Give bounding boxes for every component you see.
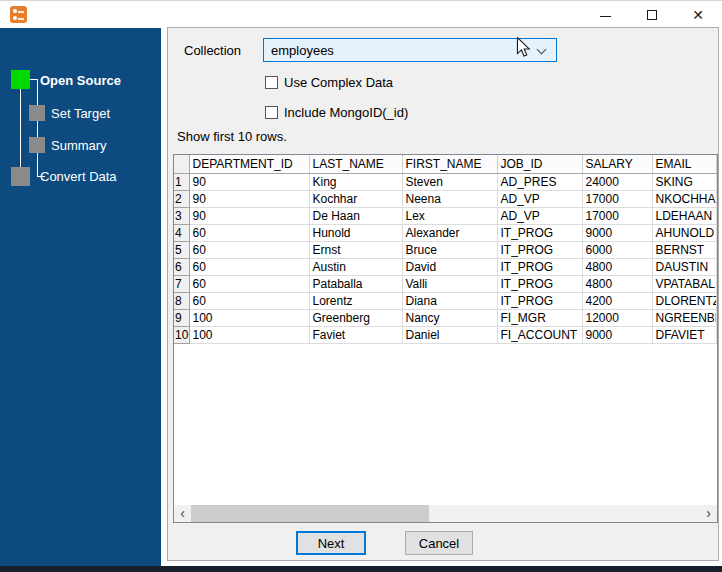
- cell: NKOCHHAR: [652, 191, 717, 208]
- app-icon-dot: [13, 9, 17, 13]
- cancel-button[interactable]: Cancel: [405, 531, 473, 555]
- app-icon-bar: [18, 11, 24, 13]
- cell: Pataballa: [309, 276, 402, 293]
- row-number: 10: [174, 327, 189, 344]
- table-row[interactable]: 9100GreenbergNancyFI_MGR12000NGREENBE: [174, 310, 717, 327]
- collection-dropdown[interactable]: employees: [263, 38, 557, 62]
- table-row[interactable]: 560ErnstBruceIT_PROG6000BERNST: [174, 242, 717, 259]
- step-label-convert-data: Convert Data: [40, 169, 117, 184]
- cell: 4200: [582, 293, 652, 310]
- column-header[interactable]: JOB_ID: [497, 155, 582, 174]
- row-number: 1: [174, 174, 189, 191]
- cell: VPATABAL: [652, 276, 717, 293]
- cell: Greenberg: [309, 310, 402, 327]
- row-number: 8: [174, 293, 189, 310]
- cell: LDEHAAN: [652, 208, 717, 225]
- step-label-summary: Summary: [51, 138, 107, 153]
- cell: Alexander: [402, 225, 497, 242]
- cell: IT_PROG: [497, 242, 582, 259]
- cell: IT_PROG: [497, 225, 582, 242]
- tree-connector-line: [30, 79, 38, 80]
- cell: 4800: [582, 276, 652, 293]
- close-button[interactable]: ✕: [682, 1, 714, 29]
- wizard-sidebar: Open Source Set Target Summary Convert D…: [0, 28, 161, 566]
- row-number: 5: [174, 242, 189, 259]
- app-window: ✕ Open Source Set Target Summary Convert…: [0, 0, 722, 572]
- step-indicator-convert-data: [11, 167, 30, 186]
- cell: Hunold: [309, 225, 402, 242]
- minimize-button[interactable]: [589, 1, 621, 29]
- cell: 17000: [582, 191, 652, 208]
- row-number: 3: [174, 208, 189, 225]
- cell: 9000: [582, 327, 652, 344]
- titlebar: ✕: [0, 0, 722, 28]
- tree-connector-line: [37, 79, 38, 176]
- window-bottom-edge: [0, 566, 722, 572]
- cell: Neena: [402, 191, 497, 208]
- horizontal-scrollbar[interactable]: ‹ ›: [174, 505, 717, 522]
- column-header[interactable]: SALARY: [582, 155, 652, 174]
- cell: 60: [189, 276, 309, 293]
- cell: FI_MGR: [497, 310, 582, 327]
- collection-dropdown-value: employees: [271, 43, 334, 58]
- collection-label: Collection: [184, 43, 241, 58]
- cell: 90: [189, 174, 309, 191]
- step-label-open-source: Open Source: [40, 73, 121, 88]
- cell: 9000: [582, 225, 652, 242]
- tree-connector-line: [20, 79, 21, 168]
- cell: King: [309, 174, 402, 191]
- cell: 90: [189, 191, 309, 208]
- table-row[interactable]: 860LorentzDianaIT_PROG4200DLORENTZ: [174, 293, 717, 310]
- scroll-left-icon[interactable]: ‹: [174, 505, 191, 522]
- table-row[interactable]: 390De HaanLexAD_VP17000LDEHAAN: [174, 208, 717, 225]
- close-icon: ✕: [692, 8, 704, 22]
- step-indicator-summary: [29, 137, 45, 153]
- cell: Valli: [402, 276, 497, 293]
- scroll-right-icon[interactable]: ›: [700, 505, 717, 522]
- table-row[interactable]: 660AustinDavidIT_PROG4800DAUSTIN: [174, 259, 717, 276]
- use-complex-data-option[interactable]: Use Complex Data: [265, 75, 393, 90]
- table-row[interactable]: 460HunoldAlexanderIT_PROG9000AHUNOLD: [174, 225, 717, 242]
- cell: IT_PROG: [497, 293, 582, 310]
- include-mongoid-label: Include MongoID(_id): [284, 105, 408, 120]
- cell: 60: [189, 242, 309, 259]
- row-number: 9: [174, 310, 189, 327]
- cell: Bruce: [402, 242, 497, 259]
- include-mongoid-checkbox[interactable]: [265, 106, 278, 119]
- column-header[interactable]: LAST_NAME: [309, 155, 402, 174]
- cell: Lorentz: [309, 293, 402, 310]
- cell: Faviet: [309, 327, 402, 344]
- cell: Kochhar: [309, 191, 402, 208]
- cell: AD_VP: [497, 191, 582, 208]
- scrollbar-thumb[interactable]: [191, 505, 429, 522]
- cell: AD_PRES: [497, 174, 582, 191]
- chevron-down-icon: [537, 45, 547, 55]
- table-row[interactable]: 10100FavietDanielFI_ACCOUNT9000DFAVIET: [174, 327, 717, 344]
- table-header-row: DEPARTMENT_IDLAST_NAMEFIRST_NAMEJOB_IDSA…: [174, 155, 717, 174]
- use-complex-data-label: Use Complex Data: [284, 75, 393, 90]
- include-mongoid-option[interactable]: Include MongoID(_id): [265, 105, 408, 120]
- cell: 100: [189, 327, 309, 344]
- preview-note: Show first 10 rows.: [177, 129, 287, 144]
- table-row[interactable]: 760PataballaValliIT_PROG4800VPATABAL: [174, 276, 717, 293]
- table-row[interactable]: 190KingStevenAD_PRES24000SKING: [174, 174, 717, 191]
- cell: 60: [189, 259, 309, 276]
- data-preview-table: DEPARTMENT_IDLAST_NAMEFIRST_NAMEJOB_IDSA…: [173, 154, 718, 523]
- maximize-button[interactable]: [636, 1, 668, 29]
- cell: Diana: [402, 293, 497, 310]
- table-row[interactable]: 290KochharNeenaAD_VP17000NKOCHHAR: [174, 191, 717, 208]
- cell: IT_PROG: [497, 276, 582, 293]
- cell: Austin: [309, 259, 402, 276]
- cell: AD_VP: [497, 208, 582, 225]
- column-header[interactable]: DEPARTMENT_ID: [189, 155, 309, 174]
- column-header[interactable]: EMAIL: [652, 155, 717, 174]
- column-header[interactable]: FIRST_NAME: [402, 155, 497, 174]
- row-number: 7: [174, 276, 189, 293]
- cell: Ernst: [309, 242, 402, 259]
- source-options-panel: Collection employees Use Complex Data In…: [167, 27, 719, 561]
- cell: David: [402, 259, 497, 276]
- cell: 90: [189, 208, 309, 225]
- cell: 17000: [582, 208, 652, 225]
- use-complex-data-checkbox[interactable]: [265, 76, 278, 89]
- next-button[interactable]: Next: [296, 531, 366, 555]
